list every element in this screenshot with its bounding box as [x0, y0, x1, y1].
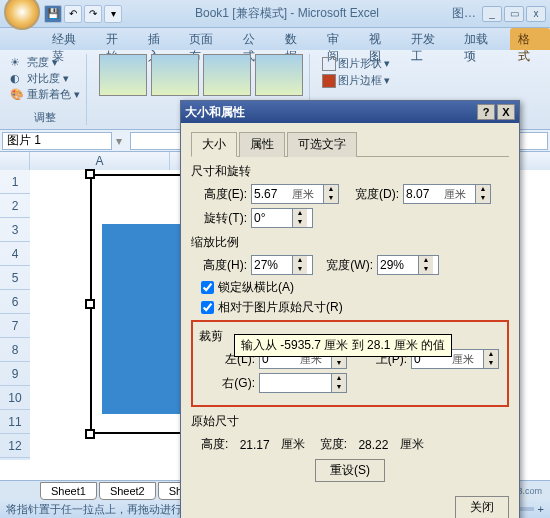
row-header[interactable]: 1 — [0, 170, 30, 194]
qat-more-icon[interactable]: ▾ — [104, 5, 122, 23]
rotate-spinner[interactable]: ▲▼ — [251, 208, 313, 228]
row-header[interactable]: 4 — [0, 242, 30, 266]
title-bar: 💾 ↶ ↷ ▾ Book1 [兼容模式] - Microsoft Excel 图… — [0, 0, 550, 28]
ribbon-group-adjust: ☀亮度 ▾ ◐对比度 ▾ 🎨重新着色 ▾ 调整 — [4, 54, 87, 125]
tab-home[interactable]: 开始 — [98, 28, 138, 50]
col-header-a[interactable]: A — [30, 152, 170, 170]
recolor-button[interactable]: 🎨重新着色 ▾ — [10, 87, 80, 102]
tab-addins[interactable]: 加载项 — [456, 28, 508, 50]
reset-button[interactable]: 重设(S) — [315, 459, 385, 482]
pic-style-thumb[interactable] — [99, 54, 147, 96]
dialog-title: 大小和属性 — [185, 104, 475, 121]
relative-original-checkbox[interactable]: 相对于图片原始尺寸(R) — [201, 299, 509, 316]
tab-insert[interactable]: 插入 — [140, 28, 180, 50]
save-icon[interactable]: 💾 — [44, 5, 62, 23]
row-header[interactable]: 9 — [0, 362, 30, 386]
undo-icon[interactable]: ↶ — [64, 5, 82, 23]
row-header[interactable]: 11 — [0, 410, 30, 434]
tab-formula[interactable]: 公式 — [235, 28, 275, 50]
maximize-button[interactable]: ▭ — [504, 6, 524, 22]
rotate-label: 旋转(T): — [191, 210, 247, 227]
dialog-close-btn[interactable]: 关闭 — [455, 496, 509, 518]
dlg-tab-size[interactable]: 大小 — [191, 132, 237, 157]
redo-icon[interactable]: ↷ — [84, 5, 102, 23]
spin-up-icon[interactable]: ▲ — [476, 185, 490, 194]
sun-icon: ☀ — [10, 56, 24, 70]
spin-up-icon[interactable]: ▲ — [484, 350, 498, 359]
crop-right-spinner[interactable]: ▲▼ — [259, 373, 347, 393]
ribbon-tabs: 经典菜 开始 插入 页面布 公式 数据 审阅 视图 开发工 加载项 格式 — [0, 28, 550, 50]
zoom-in-button[interactable]: + — [538, 503, 544, 515]
legend-scale: 缩放比例 — [191, 234, 509, 251]
dialog-close-button[interactable]: X — [497, 104, 515, 120]
row-header[interactable]: 7 — [0, 314, 30, 338]
tab-developer[interactable]: 开发工 — [403, 28, 455, 50]
scale-width-label: 宽度(W): — [317, 257, 373, 274]
close-button[interactable]: x — [526, 6, 546, 22]
row-header[interactable]: 8 — [0, 338, 30, 362]
spin-down-icon[interactable]: ▼ — [332, 383, 346, 392]
select-all-cell[interactable] — [0, 152, 30, 170]
height-spinner[interactable]: 厘米▲▼ — [251, 184, 339, 204]
spin-up-icon[interactable]: ▲ — [419, 256, 433, 265]
tab-layout[interactable]: 页面布 — [181, 28, 233, 50]
contrast-icon: ◐ — [10, 72, 24, 86]
row-header[interactable]: 3 — [0, 218, 30, 242]
resize-handle[interactable] — [85, 299, 95, 309]
minimize-button[interactable]: _ — [482, 6, 502, 22]
size-properties-dialog: 大小和属性 ? X 大小 属性 可选文字 尺寸和旋转 高度(E): 厘米▲▼ 宽… — [180, 100, 520, 518]
row-headers: 1 2 3 4 5 6 7 8 9 10 11 12 — [0, 170, 30, 460]
brightness-button[interactable]: ☀亮度 ▾ — [10, 55, 80, 70]
spin-down-icon[interactable]: ▼ — [293, 218, 307, 227]
tab-classic[interactable]: 经典菜 — [44, 28, 96, 50]
spin-down-icon[interactable]: ▼ — [324, 194, 338, 203]
spin-down-icon[interactable]: ▼ — [484, 359, 498, 368]
row-header[interactable]: 6 — [0, 290, 30, 314]
dialog-titlebar[interactable]: 大小和属性 ? X — [181, 101, 519, 123]
pic-style-thumb[interactable] — [203, 54, 251, 96]
dlg-tab-properties[interactable]: 属性 — [239, 132, 285, 157]
input-range-tooltip: 输入从 -5935.7 厘米 到 28.1 厘米 的值 — [234, 334, 452, 357]
sheet-tab[interactable]: Sheet2 — [99, 482, 156, 500]
name-box[interactable] — [2, 132, 112, 150]
spin-down-icon[interactable]: ▼ — [476, 194, 490, 203]
sheet-tab[interactable]: Sheet1 — [40, 482, 97, 500]
spin-up-icon[interactable]: ▲ — [293, 256, 307, 265]
spin-up-icon[interactable]: ▲ — [324, 185, 338, 194]
legend-original: 原始尺寸 — [191, 413, 509, 430]
scale-height-spinner[interactable]: ▲▼ — [251, 255, 313, 275]
pic-style-thumb[interactable] — [151, 54, 199, 96]
original-size-text: 高度: 21.17 厘米 宽度: 28.22 厘米 — [191, 436, 509, 453]
scale-width-spinner[interactable]: ▲▼ — [377, 255, 439, 275]
tab-format[interactable]: 格式 — [510, 28, 550, 50]
dialog-body: 大小 属性 可选文字 尺寸和旋转 高度(E): 厘米▲▼ 宽度(D): 厘米▲▼… — [181, 123, 519, 490]
lock-aspect-checkbox[interactable]: 锁定纵横比(A) — [201, 279, 509, 296]
dlg-tab-alttext[interactable]: 可选文字 — [287, 132, 357, 157]
spin-down-icon[interactable]: ▼ — [419, 265, 433, 274]
spin-up-icon[interactable]: ▲ — [332, 374, 346, 383]
office-button[interactable] — [4, 0, 40, 30]
row-header[interactable]: 2 — [0, 194, 30, 218]
tab-review[interactable]: 审阅 — [319, 28, 359, 50]
contrast-button[interactable]: ◐对比度 ▾ — [10, 71, 80, 86]
width-spinner[interactable]: 厘米▲▼ — [403, 184, 491, 204]
window-controls: _ ▭ x — [482, 6, 546, 22]
row-header[interactable]: 5 — [0, 266, 30, 290]
width-label: 宽度(D): — [343, 186, 399, 203]
tab-view[interactable]: 视图 — [361, 28, 401, 50]
recolor-icon: 🎨 — [10, 88, 24, 102]
spin-down-icon[interactable]: ▼ — [293, 265, 307, 274]
picture-shape-button[interactable]: 图片形状 ▾ — [322, 56, 390, 71]
spin-down-icon[interactable]: ▼ — [332, 359, 346, 368]
spin-up-icon[interactable]: ▲ — [293, 209, 307, 218]
tab-data[interactable]: 数据 — [277, 28, 317, 50]
row-header[interactable]: 12 — [0, 434, 30, 458]
picture-border-button[interactable]: 图片边框 ▾ — [322, 73, 390, 88]
pic-style-thumb[interactable] — [255, 54, 303, 96]
namebox-dropdown-icon[interactable]: ▾ — [112, 134, 126, 148]
dialog-help-button[interactable]: ? — [477, 104, 495, 120]
resize-handle[interactable] — [85, 429, 95, 439]
row-header[interactable]: 10 — [0, 386, 30, 410]
scale-height-label: 高度(H): — [191, 257, 247, 274]
resize-handle[interactable] — [85, 169, 95, 179]
